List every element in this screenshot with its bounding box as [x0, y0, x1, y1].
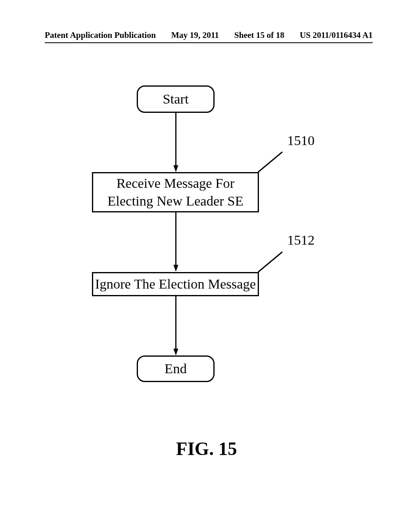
process-2-label: Ignore The Election Message [95, 275, 256, 293]
header-rule [45, 42, 373, 43]
svg-marker-3 [173, 265, 178, 272]
end-terminal: End [137, 355, 215, 382]
end-label: End [165, 361, 187, 376]
svg-marker-5 [173, 349, 178, 355]
start-terminal: Start [137, 85, 215, 113]
tick-1510 [258, 152, 286, 176]
svg-line-6 [258, 152, 282, 172]
reference-1510: 1510 [287, 133, 315, 148]
publication-type: Patent Application Publication [45, 30, 156, 40]
arrow-1510-to-1512 [173, 212, 178, 273]
start-label: Start [163, 91, 188, 107]
page-header: Patent Application Publication May 19, 2… [45, 30, 373, 40]
publication-date: May 19, 2011 [171, 30, 219, 40]
publication-number: US 2011/0116434 A1 [300, 30, 373, 40]
svg-line-7 [258, 252, 282, 272]
process-ignore-message: Ignore The Election Message [92, 272, 259, 296]
arrow-1512-to-end [173, 296, 178, 357]
figure-label: FIG. 15 [0, 438, 413, 459]
reference-1512: 1512 [287, 233, 315, 248]
arrow-start-to-1510 [173, 113, 178, 173]
tick-1512 [258, 252, 286, 276]
sheet-info: Sheet 15 of 18 [234, 30, 284, 40]
svg-marker-1 [173, 165, 178, 172]
process-1-label: Receive Message For Electing New Leader … [107, 175, 243, 210]
process-receive-message: Receive Message For Electing New Leader … [92, 172, 259, 212]
